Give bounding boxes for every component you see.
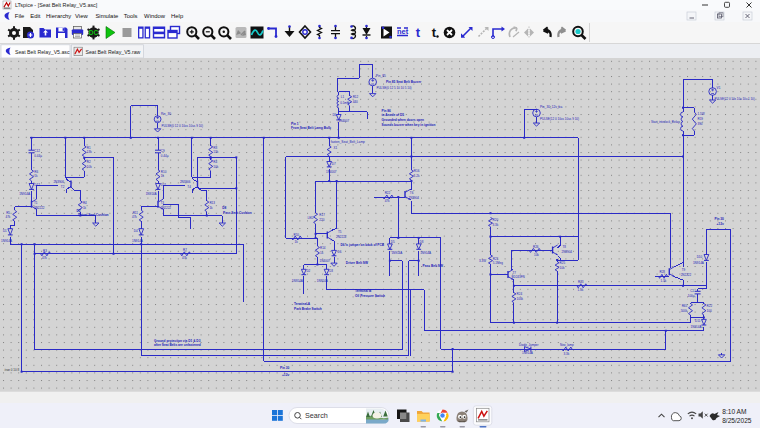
svg-text:D10: D10: [697, 255, 703, 259]
svg-text:R28: R28: [660, 270, 666, 274]
svg-text:R8: R8: [213, 146, 217, 150]
svg-text:T5: T5: [338, 230, 342, 234]
svg-text:Help: Help: [171, 13, 184, 19]
svg-text:3.3k: 3.3k: [493, 223, 499, 227]
svg-text:PULSE(0 12 5 10 10 5 10): PULSE(0 12 5 10 10 5 10): [376, 86, 411, 90]
svg-text:Seat Belt Relay_V5.asc: Seat Belt Relay_V5.asc: [15, 49, 70, 55]
svg-text:View: View: [75, 13, 88, 19]
svg-text:LED: LED: [308, 216, 315, 220]
svg-text:47k: 47k: [182, 256, 187, 260]
svg-text:Park Brake Switch: Park Brake Switch: [294, 307, 322, 311]
svg-text:C9: C9: [161, 149, 165, 153]
svg-text:440: 440: [353, 100, 358, 104]
svg-text:Pin 85 Seat Belt Buzzer: Pin 85 Seat Belt Buzzer: [386, 80, 422, 84]
svg-text:D8: D8: [420, 240, 424, 244]
svg-text:T3: T3: [161, 201, 165, 205]
svg-text:Tools: Tools: [124, 13, 138, 19]
svg-text:1k: 1k: [295, 240, 299, 244]
svg-text:D4: D4: [134, 229, 138, 233]
svg-text:Pin 86: Pin 86: [382, 109, 392, 113]
svg-text:Pin 30: Pin 30: [715, 217, 725, 221]
svg-text:1N4007: 1N4007: [339, 119, 350, 123]
svg-text:0.44µ: 0.44µ: [161, 154, 169, 158]
svg-text:13k: 13k: [213, 150, 218, 154]
svg-text:t: t: [416, 25, 421, 40]
svg-text:R7: R7: [183, 248, 187, 252]
svg-text:Driver Seat Cushion: Driver Seat Cushion: [78, 213, 109, 217]
svg-text:1N914A: 1N914A: [132, 239, 143, 243]
svg-text:R16: R16: [414, 169, 420, 173]
svg-text:D6 is jumper on back of PCB: D6 is jumper on back of PCB: [341, 243, 385, 247]
svg-text:10k: 10k: [213, 165, 218, 169]
svg-text:1N4007: 1N4007: [319, 259, 330, 263]
svg-text:R13: R13: [209, 201, 215, 205]
svg-text:R1: R1: [87, 146, 91, 150]
svg-text:500k: 500k: [681, 309, 688, 313]
svg-text:Pass Seat Cushion: Pass Seat Cushion: [223, 211, 252, 215]
svg-text:L1: L1: [341, 95, 345, 99]
svg-text:V1: V1: [717, 86, 721, 90]
svg-text:5.1Meg: 5.1Meg: [493, 261, 503, 265]
svg-text:R6: R6: [34, 170, 38, 174]
svg-text:Edit: Edit: [30, 13, 41, 19]
svg-text:1k: 1k: [34, 174, 38, 178]
svg-text:0.44µ: 0.44µ: [34, 154, 42, 158]
svg-text:47k: 47k: [385, 199, 390, 203]
svg-text:From Seat Belt Lamp Bulb: From Seat Belt Lamp Bulb: [291, 126, 331, 130]
svg-text:T4: T4: [187, 185, 191, 189]
svg-text:Pin_85: Pin_85: [376, 74, 386, 78]
svg-text:100k: 100k: [517, 297, 524, 301]
svg-text:Diode_Jumper: Diode_Jumper: [519, 343, 539, 347]
svg-text:LTspice - [Seat Belt Relay_V5.: LTspice - [Seat Belt Relay_V5.asc]: [15, 2, 98, 8]
svg-text:2N2222: 2N2222: [336, 235, 347, 239]
svg-text:to Anode of D5: to Anode of D5: [382, 113, 405, 117]
svg-text:R4: R4: [83, 201, 87, 205]
svg-text:220: 220: [319, 218, 324, 222]
svg-text:Pass Belt SW: Pass Belt SW: [423, 264, 443, 268]
svg-text:1N914A: 1N914A: [317, 279, 328, 283]
svg-text:2N3906: 2N3906: [180, 180, 191, 184]
svg-text:R20: R20: [493, 218, 499, 222]
svg-text:Pin_30_12v_ba: Pin_30_12v_ba: [540, 105, 562, 109]
svg-text:Pin_30: Pin_30: [161, 112, 171, 116]
svg-text:.tran 0 10 8: .tran 0 10 8: [4, 368, 20, 372]
svg-text:2N3904: 2N3904: [409, 196, 420, 200]
svg-text:t: t: [432, 25, 437, 40]
svg-text:D7: D7: [332, 162, 336, 166]
svg-text:Hierarchy: Hierarchy: [46, 13, 71, 19]
svg-text:D2: D2: [306, 269, 310, 273]
svg-text:1N914A: 1N914A: [691, 325, 702, 329]
svg-text:47k: 47k: [6, 215, 11, 219]
svg-text:8/25/2025: 8/25/2025: [722, 417, 752, 424]
svg-text:47k: 47k: [132, 215, 137, 219]
svg-text:1k: 1k: [161, 174, 165, 178]
svg-text:Terminal B: Terminal B: [355, 289, 372, 293]
svg-text:Terminal A: Terminal A: [294, 302, 311, 306]
svg-text:1.3k: 1.3k: [661, 279, 667, 283]
svg-text:R4: R4: [213, 160, 217, 164]
svg-text:Sounds buzzer when key in igni: Sounds buzzer when key in ignition: [382, 123, 436, 127]
svg-text:R10: R10: [161, 170, 167, 174]
svg-text:Oil Pressure Switch: Oil Pressure Switch: [355, 294, 385, 298]
svg-text:1N914A: 1N914A: [19, 192, 30, 196]
svg-text:T1: T1: [34, 201, 38, 205]
svg-text:T7: T7: [513, 271, 517, 275]
svg-text:PULSE(12 0 10s 10u 10u 1 10): PULSE(12 0 10s 10u 10u 1 10): [715, 97, 755, 101]
svg-text:after Seat Belts are unfastene: after Seat Belts are unfastened: [154, 343, 201, 347]
svg-text:47k: 47k: [42, 256, 47, 260]
svg-text:10k: 10k: [560, 266, 565, 270]
svg-text:1N4007: 1N4007: [326, 170, 337, 174]
svg-text:R24: R24: [517, 292, 523, 296]
svg-text:D3: D3: [329, 269, 333, 273]
svg-text:D1: D1: [3, 229, 7, 233]
svg-text:R19: R19: [698, 117, 704, 121]
svg-text:D7: D7: [77, 209, 81, 213]
svg-text:R12: R12: [353, 95, 359, 99]
svg-text:R25: R25: [560, 261, 566, 265]
svg-text:R10: R10: [294, 233, 300, 237]
svg-text:Seat Belt Relay_V5.raw: Seat Belt Relay_V5.raw: [86, 49, 141, 55]
svg-text:C1: C1: [690, 289, 694, 293]
svg-text:1k: 1k: [83, 206, 87, 210]
svg-text:R21: R21: [493, 257, 499, 261]
svg-text:R65: R65: [682, 304, 688, 308]
